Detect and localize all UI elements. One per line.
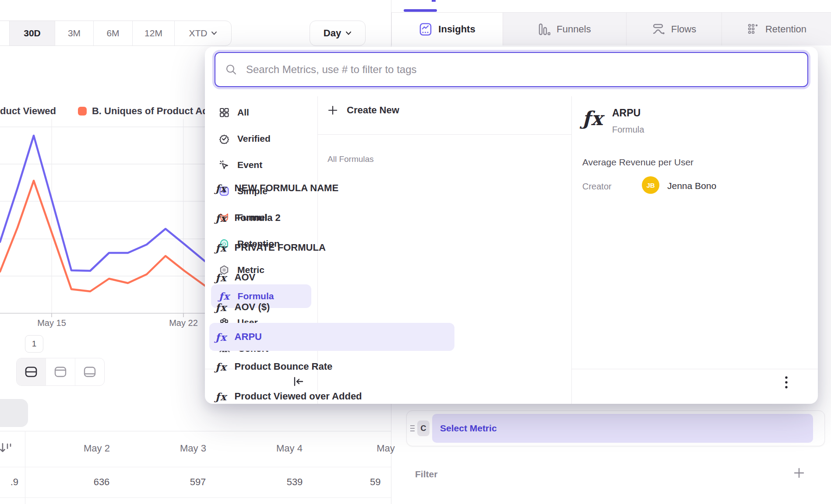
table-cell: 539 — [262, 473, 327, 491]
search-input[interactable] — [215, 52, 808, 87]
cropped-purple-marker — [432, 0, 436, 2]
formula-list-item[interactable]: ƒx Formula 2 — [209, 204, 454, 232]
table-border — [0, 431, 391, 431]
layout-bottom-icon — [83, 366, 96, 378]
table-cell: 597 — [165, 473, 231, 491]
search-icon — [225, 63, 237, 76]
retention-icon — [747, 23, 759, 35]
x-axis-tick-label: May 15 — [30, 318, 74, 328]
select-metric-label: Select Metric — [440, 423, 497, 434]
legend-series-a-label[interactable]: duct Viewed — [0, 105, 56, 117]
formula-list-item-selected[interactable]: ƒx ARPU — [209, 323, 454, 351]
interval-dropdown[interactable]: Day — [310, 21, 366, 46]
metric-picker-modal: All Verified Event Simple — [205, 47, 818, 404]
flows-icon — [652, 23, 665, 35]
plus-icon — [327, 105, 338, 116]
table-border — [0, 497, 391, 498]
sidebar-item-verified[interactable]: Verified — [211, 127, 311, 150]
select-metric-button[interactable]: Select Metric — [432, 414, 813, 443]
range-segment-6m[interactable]: 6M — [94, 21, 133, 46]
tab-label: Retention — [765, 24, 806, 35]
avatar: JB — [642, 176, 659, 194]
fx-icon: ƒx — [215, 242, 227, 254]
kebab-menu-icon[interactable] — [784, 375, 789, 391]
sort-icon[interactable] — [0, 441, 13, 458]
table-column-divider — [25, 431, 25, 504]
create-new-button[interactable]: Create New — [327, 105, 399, 116]
active-tab-underline — [404, 9, 437, 12]
all-grid-icon — [219, 107, 229, 118]
formula-list-item[interactable]: ƒx AOV ($) — [209, 293, 454, 321]
table-border — [0, 467, 391, 467]
add-filter-button[interactable] — [793, 467, 805, 479]
insights-icon — [419, 22, 432, 36]
fx-icon: ƒx — [215, 391, 227, 402]
formula-list-item[interactable]: ƒx PRIVATE FORMULA — [209, 234, 454, 262]
metric-clause-card: C Select Metric — [406, 410, 825, 446]
chevron-down-icon — [345, 31, 352, 35]
layout-top-icon — [54, 366, 67, 378]
range-segment-30d[interactable]: 30D — [10, 21, 55, 46]
page-number-button[interactable]: 1 — [25, 335, 43, 353]
clause-letter-badge: C — [417, 420, 430, 436]
layout-table-only-button[interactable] — [75, 358, 104, 385]
range-segment-12m[interactable]: 12M — [133, 21, 175, 46]
creator-label: Creator — [582, 182, 612, 192]
detail-type-label: Formula — [612, 125, 644, 135]
tab-label: Funnels — [556, 24, 591, 35]
fx-icon: ƒx — [215, 361, 227, 373]
tab-flows[interactable]: Flows — [626, 13, 722, 46]
filter-section-label: Filter — [415, 469, 437, 480]
formula-list-item[interactable]: ƒx Product Viewed over Added — [209, 382, 454, 410]
drag-handle-icon[interactable] — [409, 424, 416, 433]
tab-label: Insights — [438, 24, 475, 35]
layout-chart-only-button[interactable] — [46, 358, 75, 385]
table-cell: 636 — [69, 473, 134, 491]
funnels-icon — [538, 23, 550, 36]
legend-series-b-label[interactable]: B. Uniques of Product Add — [92, 105, 214, 117]
creator-name: Jenna Bono — [667, 181, 716, 191]
app-screen: 30D 3M 6M 12M XTD Day Insights — [0, 0, 831, 504]
fx-icon: ƒx — [215, 272, 227, 284]
detail-description: Average Revenue per User — [582, 157, 694, 168]
chevron-down-icon — [211, 31, 217, 35]
fx-icon: ƒx — [215, 182, 227, 194]
interval-label: Day — [324, 28, 341, 39]
range-segment-xtd[interactable]: XTD — [175, 21, 231, 46]
date-range-group: 30D 3M 6M 12M XTD — [0, 21, 232, 46]
sidebar-item-event[interactable]: Event — [211, 153, 311, 177]
tab-insights[interactable]: Insights — [392, 13, 503, 46]
fx-icon: ƒx — [215, 301, 227, 313]
modal-column-divider — [571, 96, 572, 404]
event-cursor-icon — [219, 160, 229, 170]
fx-icon: ƒx — [215, 331, 227, 343]
table-row-label-partial: .9 — [0, 473, 18, 491]
range-segment-partial[interactable] — [0, 21, 10, 46]
tab-retention[interactable]: Retention — [722, 13, 831, 46]
cropped-corner-element — [0, 399, 28, 427]
list-divider — [318, 134, 571, 135]
chart-legend: duct Viewed B. Uniques of Product Add — [0, 105, 214, 117]
fx-icon: ƒx — [215, 212, 227, 224]
formula-list-item[interactable]: ƒx NEW FORMULA NAME — [209, 174, 454, 202]
search-bar — [215, 52, 808, 87]
table-header-cell[interactable]: May 3 — [160, 440, 226, 457]
tab-label: Flows — [671, 24, 696, 35]
detail-footer-divider — [572, 369, 818, 369]
legend-series-b-swatch — [78, 107, 87, 116]
layout-toggle-group — [16, 358, 105, 386]
formula-list-item[interactable]: ƒx AOV — [209, 263, 454, 291]
table-cell: 59 — [370, 473, 405, 491]
detail-fx-icon: ƒx — [582, 107, 603, 130]
formula-list-item[interactable]: ƒx Product Bounce Rate — [209, 353, 454, 381]
verified-badge-icon — [219, 133, 229, 144]
sidebar-item-all[interactable]: All — [211, 101, 311, 124]
table-header-cell[interactable]: May 2 — [64, 440, 130, 457]
layout-split-button[interactable] — [17, 358, 46, 385]
report-tabbar: Insights Funnels Flows Retent — [391, 12, 831, 46]
x-axis-tick-label: May 22 — [162, 318, 205, 328]
tab-funnels[interactable]: Funnels — [503, 13, 626, 46]
table-header-cell[interactable]: May 4 — [257, 440, 322, 457]
range-segment-3m[interactable]: 3M — [55, 21, 94, 46]
layout-split-icon — [25, 366, 38, 378]
